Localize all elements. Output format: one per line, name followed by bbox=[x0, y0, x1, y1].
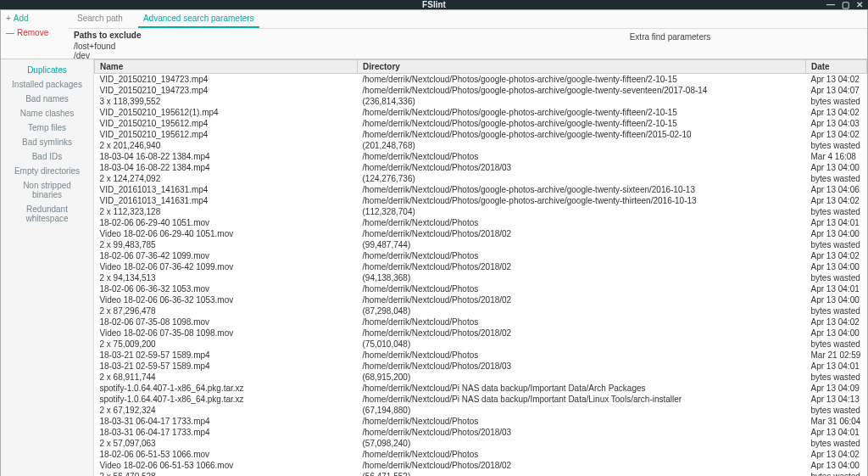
table-row[interactable]: 18-02-06 06-36-32 1053.mov/home/derrik/N… bbox=[95, 283, 867, 294]
sidebar-item-bad-symlinks[interactable]: Bad symlinks bbox=[1, 135, 93, 149]
sidebar-item-name-clashes[interactable]: Name clashes bbox=[1, 106, 93, 120]
sidebar-item-duplicates[interactable]: Duplicates bbox=[1, 63, 93, 77]
table-row[interactable]: 2 x 67,192,324(67,194,880)bytes wasted bbox=[95, 405, 867, 416]
maximize-icon[interactable]: ▢ bbox=[842, 0, 849, 9]
table-row[interactable]: 18-02-06 06-29-40 1051.mov/home/derrik/N… bbox=[95, 217, 867, 228]
table-row[interactable]: 2 x 68,911,744(68,915,200)bytes wasted bbox=[95, 372, 867, 383]
table-row[interactable]: 2 x 112,323,128(112,328,704)bytes wasted bbox=[95, 206, 867, 217]
tab-advanced[interactable]: Advanced search parameters bbox=[138, 12, 259, 28]
table-row[interactable]: 3 x 118,399,552(236,814,336)bytes wasted bbox=[95, 96, 867, 107]
sidebar-item-empty-directories[interactable]: Empty directories bbox=[1, 164, 93, 178]
table-row[interactable]: VID_20150210_195612.mp4/home/derrik/Next… bbox=[95, 129, 867, 140]
table-row[interactable]: VID_20161013_141631.mp4/home/derrik/Next… bbox=[95, 195, 867, 206]
table-row[interactable]: 2 x 87,296,478(87,298,048)bytes wasted bbox=[95, 305, 867, 316]
table-row[interactable]: 18-03-04 16-08-22 1384.mp4/home/derrik/N… bbox=[95, 162, 867, 173]
table-row[interactable]: 18-03-21 02-59-57 1589.mp4/home/derrik/N… bbox=[95, 361, 867, 372]
tab-search-path[interactable]: Search path bbox=[72, 12, 128, 28]
table-row[interactable]: 18-03-31 06-04-17 1733.mp4/home/derrik/N… bbox=[95, 416, 867, 427]
table-row[interactable]: 2 x 124,274,092(124,276,736)bytes wasted bbox=[95, 173, 867, 184]
table-row[interactable]: Video 18-02-06 06-36-32 1053.mov/home/de… bbox=[95, 294, 867, 305]
table-row[interactable]: Video 18-02-06 06-51-53 1066.mov/home/de… bbox=[95, 460, 867, 471]
table-row[interactable]: VID_20150210_194723.mp4/home/derrik/Next… bbox=[95, 74, 867, 86]
table-row[interactable]: 2 x 56,470,528(56,471,552)bytes wasted bbox=[95, 471, 867, 476]
exclude-path[interactable]: /lost+found bbox=[74, 42, 468, 51]
table-row[interactable]: VID_20150210_195612(1).mp4/home/derrik/N… bbox=[95, 107, 867, 118]
minus-icon: — bbox=[6, 28, 14, 37]
table-row[interactable]: spotify-1.0.64.407-1-x86_64.pkg.tar.xz/h… bbox=[95, 383, 867, 394]
table-row[interactable]: 18-03-04 16-08-22 1384.mp4/home/derrik/N… bbox=[95, 151, 867, 162]
table-row[interactable]: 18-03-21 02-59-57 1589.mp4/home/derrik/N… bbox=[95, 350, 867, 361]
sidebar-item-temp-files[interactable]: Temp files bbox=[1, 120, 93, 135]
plus-icon: + bbox=[6, 14, 11, 23]
table-row[interactable]: 2 x 201,246,940(201,248,768)bytes wasted bbox=[95, 140, 867, 151]
table-row[interactable]: VID_20150210_195612.mp4/home/derrik/Next… bbox=[95, 118, 867, 129]
table-row[interactable]: spotify-1.0.64.407-1-x86_64.pkg.tar.xz/h… bbox=[95, 394, 867, 405]
table-row[interactable]: Video 18-02-06 06-29-40 1051.mov/home/de… bbox=[95, 228, 867, 239]
sidebar-item-bad-ids[interactable]: Bad IDs bbox=[1, 149, 93, 164]
paths-exclude-header: Paths to exclude bbox=[74, 31, 468, 40]
table-row[interactable]: VID_20161013_141631.mp4/home/derrik/Next… bbox=[95, 184, 867, 195]
add-button[interactable]: + Add bbox=[6, 14, 29, 23]
col-date[interactable]: Date bbox=[806, 60, 867, 74]
results-table[interactable]: Name Directory Date VID_20150210_194723.… bbox=[94, 59, 867, 476]
titlebar: FSlint — ▢ ✕ bbox=[0, 0, 868, 9]
table-row[interactable]: 18-02-06 07-35-08 1098.mov/home/derrik/N… bbox=[95, 316, 867, 328]
table-row[interactable]: 2 x 57,097,063(57,098,240)bytes wasted bbox=[95, 438, 867, 449]
table-row[interactable]: Video 18-02-06 07-35-08 1098.mov/home/de… bbox=[95, 328, 867, 339]
close-icon[interactable]: ✕ bbox=[856, 0, 863, 9]
table-row[interactable]: 18-02-06 06-51-53 1066.mov/home/derrik/N… bbox=[95, 449, 867, 460]
col-directory[interactable]: Directory bbox=[358, 60, 806, 74]
table-row[interactable]: Video 18-02-06 07-36-42 1099.mov/home/de… bbox=[95, 261, 867, 272]
sidebar-item-installed-packages[interactable]: Installed packages bbox=[1, 77, 93, 92]
table-row[interactable]: 2 x 75,009,200(75,010,048)bytes wasted bbox=[95, 339, 867, 350]
sidebar-item-redundant-whitespace[interactable]: Redundant whitespace bbox=[1, 202, 93, 226]
table-row[interactable]: 18-02-06 07-36-42 1099.mov/home/derrik/N… bbox=[95, 250, 867, 261]
sidebar: DuplicatesInstalled packagesBad namesNam… bbox=[1, 59, 94, 476]
remove-button[interactable]: — Remove bbox=[6, 28, 48, 37]
table-row[interactable]: 2 x 99,483,785(99,487,744)bytes wasted bbox=[95, 239, 867, 250]
sidebar-item-bad-names[interactable]: Bad names bbox=[1, 92, 93, 106]
minimize-icon[interactable]: — bbox=[826, 0, 835, 9]
col-name[interactable]: Name bbox=[95, 60, 358, 74]
sidebar-item-non-stripped-binaries[interactable]: Non stripped binaries bbox=[1, 178, 93, 202]
table-row[interactable]: 2 x 94,134,513(94,138,368)bytes wasted bbox=[95, 272, 867, 283]
table-row[interactable]: VID_20150210_194723.mp4/home/derrik/Next… bbox=[95, 85, 867, 96]
table-row[interactable]: 18-03-31 06-04-17 1733.mp4/home/derrik/N… bbox=[95, 427, 867, 438]
app-title: FSlint bbox=[422, 0, 446, 9]
